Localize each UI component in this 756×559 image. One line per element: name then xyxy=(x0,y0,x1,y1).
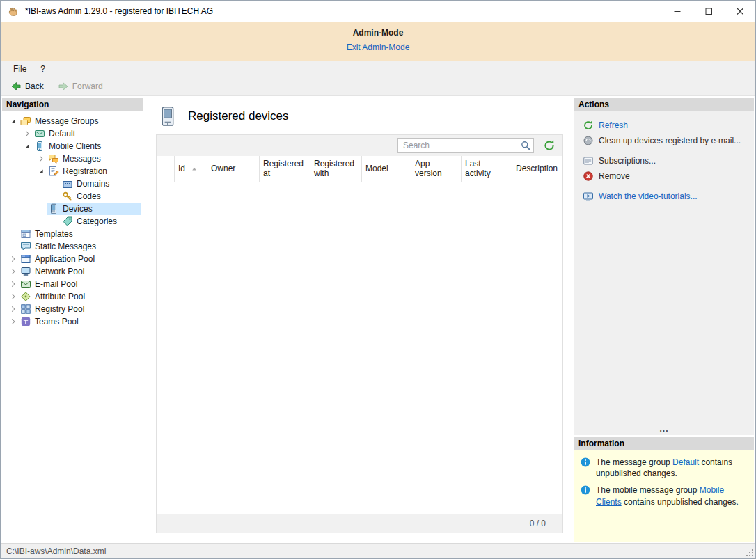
chevron-right-icon[interactable] xyxy=(8,291,19,302)
refresh-list-button[interactable] xyxy=(543,139,556,152)
tree-item-domains[interactable]: Domains xyxy=(2,178,143,190)
nav-toolbar: Back Forward xyxy=(1,77,755,96)
information-body: The message group Default contains unpub… xyxy=(574,450,754,542)
attribute-pool-icon xyxy=(20,291,31,302)
information-header: Information xyxy=(574,437,754,450)
tree-item-default[interactable]: Default xyxy=(2,127,143,140)
column-last-activity[interactable]: Last activity xyxy=(462,156,512,182)
tree-item-network-pool[interactable]: Network Pool xyxy=(2,265,143,278)
chevron-down-icon[interactable] xyxy=(8,116,19,127)
tree-item-devices[interactable]: Devices xyxy=(2,203,143,215)
cleanup-icon xyxy=(583,135,594,146)
tree-item-registry-pool[interactable]: Registry Pool xyxy=(2,303,143,315)
action-refresh[interactable]: Refresh xyxy=(581,118,750,133)
teams-pool-icon xyxy=(20,316,31,327)
chevron-right-icon[interactable] xyxy=(8,278,19,290)
search-box xyxy=(397,138,534,153)
window-title: *IBI-aws Admin 1.29.0 - registered for I… xyxy=(25,6,661,16)
close-button[interactable] xyxy=(724,1,755,22)
forward-label: Forward xyxy=(72,81,103,91)
maximize-icon xyxy=(703,6,714,17)
search-icon[interactable] xyxy=(520,140,531,151)
back-button[interactable]: Back xyxy=(6,79,48,93)
tree-item-categories[interactable]: Categories xyxy=(2,215,143,228)
tree-item-message-groups[interactable]: Message Groups xyxy=(2,115,143,127)
column-registered-with[interactable]: Registered with xyxy=(310,156,362,182)
right-column: Actions Refresh Clean up devices registe… xyxy=(574,98,754,542)
maximize-button[interactable] xyxy=(693,1,724,22)
chevron-spacer xyxy=(8,228,19,239)
navigation-header: Navigation xyxy=(2,98,143,111)
column-registered-at[interactable]: Registered at xyxy=(260,156,310,182)
exit-admin-mode-link[interactable]: Exit Admin-Mode xyxy=(347,42,410,52)
tree-item-email-pool[interactable]: E-mail Pool xyxy=(2,278,143,290)
tree-item-application-pool[interactable]: Application Pool xyxy=(2,253,143,265)
column-id[interactable]: Id xyxy=(175,156,207,182)
table-header: Id Owner Registered at Registered with M… xyxy=(157,156,562,182)
chevron-spacer xyxy=(36,203,47,214)
minimize-button[interactable] xyxy=(661,1,693,22)
column-model[interactable]: Model xyxy=(362,156,411,182)
refresh-icon xyxy=(583,120,594,131)
default-group-link[interactable]: Default xyxy=(672,457,699,467)
message-group-icon xyxy=(34,128,45,139)
message-groups-icon xyxy=(20,116,31,127)
tree-item-static-messages[interactable]: Static Messages xyxy=(2,240,143,253)
app-window: *IBI-aws Admin 1.29.0 - registered for I… xyxy=(0,0,756,559)
chevron-spacer xyxy=(49,178,61,189)
action-video-tutorials[interactable]: Watch the video-tutorials... xyxy=(581,189,750,204)
chevron-right-icon[interactable] xyxy=(8,316,19,327)
menu-help[interactable]: ? xyxy=(33,62,52,76)
action-clean-up-devices[interactable]: Clean up devices registerd by e-mail... xyxy=(581,133,750,148)
messages-icon xyxy=(48,153,59,164)
info-icon xyxy=(580,457,591,468)
table-footer: 0 / 0 xyxy=(157,514,562,533)
remove-icon xyxy=(583,171,594,182)
menu-file[interactable]: File xyxy=(6,62,33,76)
search-row xyxy=(157,135,562,156)
column-owner[interactable]: Owner xyxy=(207,156,260,182)
categories-icon xyxy=(62,216,73,227)
main-content: Registered devices Id Owner Registered a… xyxy=(146,98,572,542)
resize-grip-icon[interactable] xyxy=(746,549,755,558)
forward-button[interactable]: Forward xyxy=(54,79,107,93)
chevron-right-icon[interactable] xyxy=(8,266,19,277)
static-messages-icon xyxy=(20,241,31,252)
registration-icon xyxy=(48,166,59,177)
mobile-clients-icon xyxy=(34,141,45,152)
chevron-right-icon[interactable] xyxy=(8,253,19,265)
mobile-device-icon xyxy=(160,106,175,127)
chevron-right-icon[interactable] xyxy=(36,153,47,164)
sort-ascending-icon xyxy=(191,166,198,173)
devices-list: Id Owner Registered at Registered with M… xyxy=(156,134,563,533)
chevron-down-icon[interactable] xyxy=(22,141,33,152)
back-arrow-icon xyxy=(10,81,22,92)
chevron-right-icon[interactable] xyxy=(8,304,19,315)
tree-item-registration[interactable]: Registration xyxy=(2,165,143,178)
tree-item-templates[interactable]: Templates xyxy=(2,228,143,240)
action-subscriptions[interactable]: Subscriptions... xyxy=(581,153,750,168)
navigation-panel: Navigation Message Groups Default Mobile… xyxy=(2,98,143,542)
templates-icon xyxy=(20,228,31,239)
column-app-version[interactable]: App version xyxy=(411,156,462,182)
application-pool-icon xyxy=(20,253,31,265)
chevron-right-icon[interactable] xyxy=(22,128,33,139)
chevron-down-icon[interactable] xyxy=(36,166,47,177)
tree-item-messages[interactable]: Messages xyxy=(2,152,143,165)
action-remove[interactable]: Remove xyxy=(581,168,750,184)
tree-item-teams-pool[interactable]: Teams Pool xyxy=(2,315,143,328)
actions-overflow-indicator: ... xyxy=(574,424,754,434)
main-header: Registered devices xyxy=(146,98,572,134)
column-description[interactable]: Description xyxy=(512,156,562,182)
search-input[interactable] xyxy=(402,140,520,151)
chevron-spacer xyxy=(8,241,19,252)
table-body-empty xyxy=(157,182,562,514)
tree-item-mobile-clients[interactable]: Mobile Clients xyxy=(2,140,143,152)
tree-item-codes[interactable]: Codes xyxy=(2,190,143,203)
title-bar: *IBI-aws Admin 1.29.0 - registered for I… xyxy=(1,1,755,22)
info-item-mobile-clients-group: The mobile message group Mobile Clients … xyxy=(580,485,748,507)
tree-item-attribute-pool[interactable]: Attribute Pool xyxy=(2,290,143,303)
devices-icon xyxy=(48,203,59,214)
subscriptions-icon xyxy=(583,155,594,166)
selected-tree-node[interactable]: Devices xyxy=(47,203,141,215)
